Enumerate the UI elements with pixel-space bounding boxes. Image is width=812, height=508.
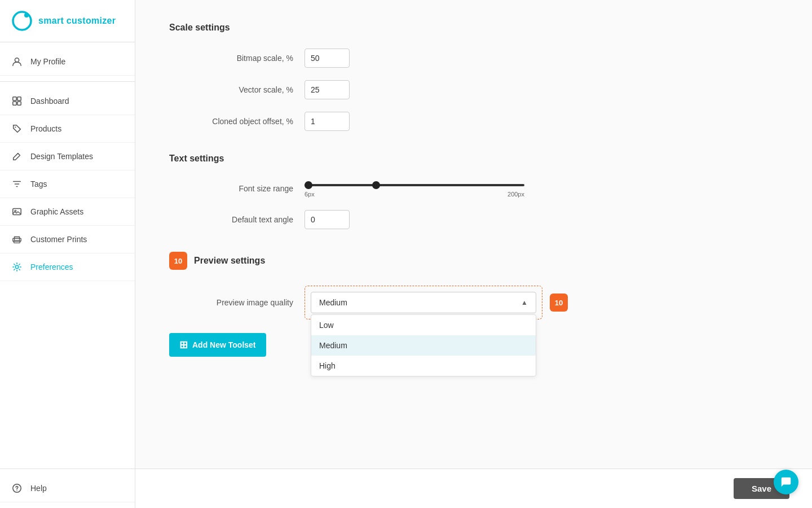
sidebar-bottom: Help bbox=[0, 468, 135, 508]
vector-scale-label: Vector scale, % bbox=[169, 85, 293, 94]
sidebar-item-help[interactable]: Help bbox=[0, 475, 135, 502]
svg-point-7 bbox=[15, 126, 16, 128]
text-settings-section: Text settings Font size range 6px 200px … bbox=[169, 154, 778, 229]
sidebar-item-preferences[interactable]: Preferences bbox=[0, 253, 135, 281]
svg-point-12 bbox=[15, 265, 18, 268]
pen-icon bbox=[11, 151, 23, 162]
svg-rect-3 bbox=[13, 97, 16, 100]
filter-icon bbox=[11, 178, 23, 190]
print-icon bbox=[11, 234, 23, 245]
sidebar-label-design-templates: Design Templates bbox=[30, 152, 93, 161]
bottom-bar: Save bbox=[135, 468, 812, 508]
vector-scale-row: Vector scale, % bbox=[169, 80, 778, 99]
svg-rect-6 bbox=[17, 102, 21, 105]
slider-max-label: 200px bbox=[508, 191, 524, 198]
preview-settings-section: 10 Preview settings Preview image qualit… bbox=[169, 252, 778, 357]
dropdown-option-medium[interactable]: Medium bbox=[311, 335, 536, 356]
sidebar-nav: My Profile Dashboard bbox=[0, 42, 135, 468]
slider-track bbox=[304, 184, 524, 186]
dropdown-selected-value: Medium bbox=[319, 298, 347, 307]
cloned-offset-row: Cloned object offset, % bbox=[169, 112, 778, 131]
sidebar-item-customer-prints[interactable]: Customer Prints bbox=[0, 226, 135, 253]
font-size-range-row: Font size range 6px 200px bbox=[169, 179, 778, 198]
slider-thumb-max[interactable] bbox=[372, 181, 380, 189]
preview-quality-dropdown[interactable]: Medium ▲ bbox=[311, 292, 536, 313]
svg-rect-8 bbox=[13, 209, 21, 215]
cloned-offset-label: Cloned object offset, % bbox=[169, 117, 293, 126]
preview-quality-menu: Low Medium High bbox=[311, 314, 536, 376]
sidebar-label-tags: Tags bbox=[30, 179, 47, 189]
plus-icon: ⊞ bbox=[179, 339, 188, 351]
preview-dropdown-wrapper: Medium ▲ Low Medium High bbox=[311, 292, 536, 313]
image-icon bbox=[11, 206, 23, 217]
svg-point-14 bbox=[16, 490, 17, 491]
preview-image-quality-label: Preview image quality bbox=[169, 298, 293, 307]
sidebar-label-help: Help bbox=[30, 484, 47, 493]
tag-icon bbox=[11, 123, 23, 134]
dropdown-option-low[interactable]: Low bbox=[311, 315, 536, 335]
sidebar-item-graphic-assets[interactable]: Graphic Assets bbox=[0, 198, 135, 226]
sidebar-label-dashboard: Dashboard bbox=[30, 97, 69, 106]
bitmap-scale-label: Bitmap scale, % bbox=[169, 54, 293, 63]
dashboard-icon bbox=[11, 95, 23, 107]
scale-settings-section: Scale settings Bitmap scale, % Vector sc… bbox=[169, 23, 778, 131]
svg-rect-4 bbox=[17, 97, 21, 100]
vector-scale-input[interactable] bbox=[304, 80, 350, 99]
bitmap-scale-input[interactable] bbox=[304, 49, 350, 68]
default-text-angle-input[interactable] bbox=[304, 210, 350, 229]
default-text-angle-label: Default text angle bbox=[169, 215, 293, 224]
add-toolset-label: Add New Toolset bbox=[192, 340, 256, 349]
sidebar-item-tags[interactable]: Tags bbox=[0, 170, 135, 198]
svg-point-2 bbox=[15, 58, 19, 62]
logo-area: smart customizer bbox=[0, 0, 135, 42]
person-icon bbox=[11, 56, 23, 67]
preview-badge: 10 bbox=[169, 252, 187, 270]
svg-rect-5 bbox=[13, 102, 16, 105]
logo-icon bbox=[11, 10, 33, 32]
sidebar-label-preferences: Preferences bbox=[30, 262, 73, 271]
sidebar-item-dashboard[interactable]: Dashboard bbox=[0, 87, 135, 115]
sidebar-item-design-templates[interactable]: Design Templates bbox=[0, 143, 135, 170]
cloned-offset-input[interactable] bbox=[304, 112, 350, 131]
bitmap-scale-row: Bitmap scale, % bbox=[169, 49, 778, 68]
add-toolset-button[interactable]: ⊞ Add New Toolset bbox=[169, 333, 266, 357]
scale-settings-title: Scale settings bbox=[169, 23, 778, 33]
slider-labels: 6px 200px bbox=[304, 191, 524, 198]
main-content: Scale settings Bitmap scale, % Vector sc… bbox=[135, 0, 812, 508]
logo-text: smart customizer bbox=[38, 16, 116, 26]
default-text-angle-row: Default text angle bbox=[169, 210, 778, 229]
font-size-range-label: Font size range bbox=[169, 184, 293, 193]
side-badge: 10 bbox=[550, 294, 568, 312]
chevron-up-icon: ▲ bbox=[521, 299, 528, 306]
gear-icon bbox=[11, 261, 23, 273]
slider-min-label: 6px bbox=[304, 191, 315, 198]
chat-fab[interactable] bbox=[774, 470, 798, 494]
sidebar-item-products[interactable]: Products bbox=[0, 115, 135, 143]
slider-thumb-min[interactable] bbox=[304, 181, 312, 189]
dropdown-option-high[interactable]: High bbox=[311, 356, 536, 376]
svg-point-1 bbox=[24, 13, 29, 17]
preview-dropdown-area: Medium ▲ Low Medium High 10 bbox=[304, 286, 542, 319]
sidebar: smart customizer My Profile bbox=[0, 0, 135, 508]
sidebar-label-graphic-assets: Graphic Assets bbox=[30, 207, 83, 216]
help-icon bbox=[11, 483, 23, 494]
preview-settings-title: Preview settings bbox=[194, 256, 265, 266]
preview-image-quality-row: Preview image quality Medium ▲ Low Mediu… bbox=[169, 286, 778, 319]
font-size-range-slider[interactable]: 6px 200px bbox=[304, 179, 524, 198]
sidebar-label-my-profile: My Profile bbox=[30, 57, 65, 66]
chat-icon bbox=[780, 476, 792, 488]
sidebar-label-products: Products bbox=[30, 124, 61, 133]
text-settings-title: Text settings bbox=[169, 154, 778, 164]
sidebar-item-my-profile[interactable]: My Profile bbox=[0, 48, 135, 76]
sidebar-label-customer-prints: Customer Prints bbox=[30, 235, 87, 244]
preview-settings-header: 10 Preview settings bbox=[169, 252, 778, 270]
